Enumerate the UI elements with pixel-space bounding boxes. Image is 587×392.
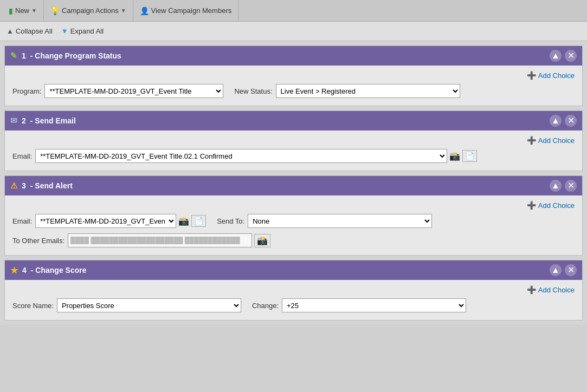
block-2-title-area: ✉ 2 - Send Email — [10, 116, 76, 126]
block-3-add-choice-button[interactable]: ➕ Add Choice — [527, 201, 575, 210]
block-3-other-emails-field: To Other Emails: 📸 — [12, 233, 270, 247]
block-3-form-row-1: Email: **TEMPLATE-MM-DD-2019_GVT_Event T… — [12, 214, 575, 228]
block-4-form-row: Score Name: Properties Score Change: +25 — [12, 298, 575, 312]
block-1-form-row: Program: **TEMPLATE-MM-DD-2019_GVT_Event… — [12, 84, 575, 98]
campaign-actions-button[interactable]: 💡 Campaign Actions ▼ — [44, 0, 133, 21]
block-3-header: ⚠ 3 - Send Alert ▲ ✕ — [5, 176, 582, 195]
add-choice-icon-4: ➕ — [527, 285, 536, 294]
block-2-up-button[interactable]: ▲ — [550, 115, 562, 127]
block-2-email-label: Email: — [12, 152, 32, 160]
block-4-header-actions: ▲ ✕ — [550, 264, 577, 276]
block-4-body: ➕ Add Choice Score Name: Properties Scor… — [5, 280, 582, 320]
block-3-title-text: - Send Alert — [30, 181, 73, 190]
block-1-program-select[interactable]: **TEMPLATE-MM-DD-2019_GVT_Event Title — [44, 84, 223, 98]
pencil-icon: ✎ — [10, 51, 17, 61]
add-choice-icon: ➕ — [527, 71, 536, 80]
block-1-body: ➕ Add Choice Program: **TEMPLATE-MM-DD-2… — [5, 66, 582, 106]
block-2-email-field: Email: **TEMPLATE-MM-DD-2019_GVT_Event T… — [12, 149, 477, 163]
block-1-title: 1 — [22, 51, 26, 60]
block-2-close-button[interactable]: ✕ — [565, 115, 577, 127]
block-send-alert: ⚠ 3 - Send Alert ▲ ✕ ➕ Add Choice Email: — [4, 175, 583, 256]
block-3-title: 3 — [22, 181, 26, 190]
expand-all-label: Expand All — [70, 27, 104, 35]
block-4-add-choice-label: Add Choice — [538, 286, 575, 294]
campaign-actions-label: Campaign Actions — [62, 6, 119, 15]
block-3-up-button[interactable]: ▲ — [550, 180, 562, 192]
block-1-add-choice-row: ➕ Add Choice — [12, 71, 575, 80]
block-3-close-button[interactable]: ✕ — [565, 180, 577, 192]
block-3-email-wrapper: **TEMPLATE-MM-DD-2019_GVT_Event Ti... 📸 … — [35, 214, 206, 228]
new-button[interactable]: ▮ New ▼ — [2, 0, 44, 21]
block-3-other-emails-label: To Other Emails: — [12, 237, 64, 245]
block-2-add-choice-button[interactable]: ➕ Add Choice — [527, 136, 575, 145]
block-2-header-actions: ▲ ✕ — [550, 115, 577, 127]
view-members-label: View Campaign Members — [151, 6, 232, 15]
block-2-body: ➕ Add Choice Email: **TEMPLATE-MM-DD-201… — [5, 130, 582, 171]
block-2-form-row: Email: **TEMPLATE-MM-DD-2019_GVT_Event T… — [12, 149, 575, 163]
alert-email-preview-icon[interactable]: 📄 — [191, 215, 206, 227]
block-4-change-label: Change: — [252, 302, 279, 310]
block-2-header: ✉ 2 - Send Email ▲ ✕ — [5, 111, 582, 130]
alert-icon: ⚠ — [10, 181, 17, 191]
view-members-icon: 👤 — [140, 6, 149, 15]
block-4-close-button[interactable]: ✕ — [565, 264, 577, 276]
block-4-up-button[interactable]: ▲ — [550, 264, 562, 276]
block-3-send-to-field: Send To: None — [217, 214, 432, 228]
email-action-icon: ✉ — [10, 116, 17, 126]
alert-email-picker-icon[interactable]: 📸 — [178, 216, 189, 226]
block-1-close-button[interactable]: ✕ — [565, 50, 577, 62]
block-3-email-select[interactable]: **TEMPLATE-MM-DD-2019_GVT_Event Ti... — [35, 214, 176, 228]
block-3-send-to-select[interactable]: None — [248, 214, 432, 228]
block-1-up-button[interactable]: ▲ — [550, 50, 562, 62]
block-1-status-select[interactable]: Live Event > Registered — [276, 84, 460, 98]
block-4-title-area: ★ 4 - Change Score — [10, 265, 87, 276]
block-3-add-choice-row: ➕ Add Choice — [12, 201, 575, 210]
block-change-score: ★ 4 - Change Score ▲ ✕ ➕ Add Choice Scor… — [4, 260, 583, 321]
block-1-header: ✎ 1 - Change Program Status ▲ ✕ — [5, 46, 582, 66]
block-3-send-to-label: Send To: — [217, 217, 244, 225]
block-4-add-choice-row: ➕ Add Choice — [12, 285, 575, 294]
block-4-change-field: Change: +25 — [252, 298, 466, 312]
collapse-arrow-icon: ▲ — [7, 27, 14, 35]
block-1-add-choice-label: Add Choice — [538, 71, 575, 80]
block-1-program-field: Program: **TEMPLATE-MM-DD-2019_GVT_Event… — [12, 84, 223, 98]
block-1-add-choice-button[interactable]: ➕ Add Choice — [527, 71, 575, 80]
add-choice-icon-3: ➕ — [527, 201, 536, 210]
block-4-score-name-select[interactable]: Properties Score — [57, 298, 241, 312]
campaign-actions-icon: 💡 — [50, 6, 60, 15]
other-emails-person-icon[interactable]: 📸 — [254, 234, 270, 247]
block-2-email-wrapper: **TEMPLATE-MM-DD-2019_GVT_Event Title.02… — [35, 149, 477, 163]
block-2-title-text: - Send Email — [30, 116, 76, 125]
block-4-score-name-label: Score Name: — [12, 302, 54, 310]
block-4-add-choice-button[interactable]: ➕ Add Choice — [527, 285, 575, 294]
block-3-other-emails-input[interactable] — [68, 233, 252, 247]
block-3-form-row-2: To Other Emails: 📸 — [12, 233, 575, 247]
block-3-email-label: Email: — [12, 217, 32, 225]
block-1-status-field: New Status: Live Event > Registered — [234, 84, 460, 98]
block-4-score-name-field: Score Name: Properties Score — [12, 298, 241, 312]
block-3-header-actions: ▲ ✕ — [550, 180, 577, 192]
expand-arrow-icon: ▼ — [61, 27, 68, 35]
block-1-title-text: - Change Program Status — [30, 51, 121, 60]
block-3-title-area: ⚠ 3 - Send Alert — [10, 181, 73, 191]
main-content: ✎ 1 - Change Program Status ▲ ✕ ➕ Add Ch… — [0, 41, 587, 325]
block-3-body: ➕ Add Choice Email: **TEMPLATE-MM-DD-201… — [5, 195, 582, 255]
block-3-other-emails-wrapper: 📸 — [68, 233, 270, 247]
block-1-header-actions: ▲ ✕ — [550, 50, 577, 62]
collapse-expand-bar: ▲ Collapse All ▼ Expand All — [0, 22, 587, 41]
block-2-title: 2 — [22, 116, 26, 125]
view-members-button[interactable]: 👤 View Campaign Members — [133, 0, 239, 21]
block-4-title: 4 — [22, 266, 27, 275]
block-2-email-select[interactable]: **TEMPLATE-MM-DD-2019_GVT_Event Title.02… — [35, 149, 447, 163]
email-preview-icon[interactable]: 📄 — [462, 150, 477, 162]
email-picker-icon[interactable]: 📸 — [449, 151, 460, 161]
block-2-add-choice-label: Add Choice — [538, 136, 575, 145]
block-4-change-select[interactable]: +25 — [282, 298, 466, 312]
block-1-title-area: ✎ 1 - Change Program Status — [10, 51, 121, 61]
expand-all-button[interactable]: ▼ Expand All — [61, 27, 104, 35]
collapse-all-button[interactable]: ▲ Collapse All — [7, 27, 53, 35]
new-arrow-icon: ▼ — [31, 8, 37, 14]
block-change-program-status: ✎ 1 - Change Program Status ▲ ✕ ➕ Add Ch… — [4, 45, 583, 106]
new-icon: ▮ — [9, 6, 13, 15]
campaign-actions-arrow-icon: ▼ — [121, 8, 126, 14]
